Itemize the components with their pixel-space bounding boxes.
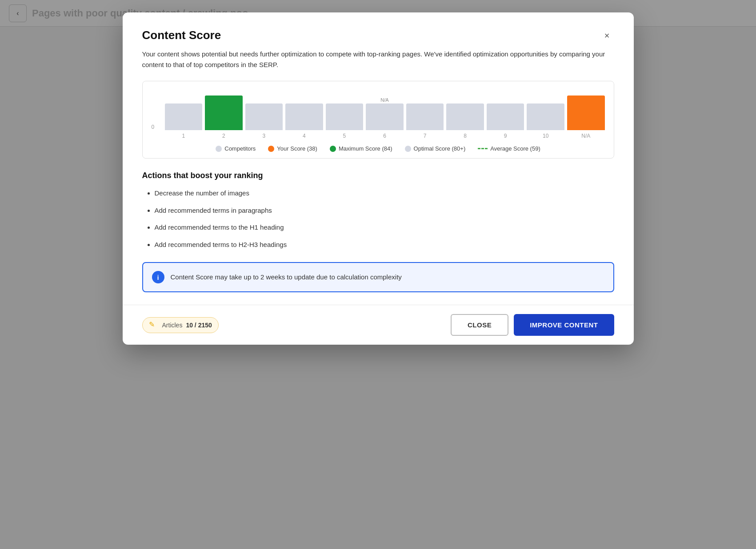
bar-group-4	[285, 103, 323, 130]
x-label-5: 5	[326, 133, 364, 139]
chart-bars: 0	[152, 90, 605, 130]
max-score-dot	[330, 146, 336, 152]
bar-10	[527, 103, 564, 130]
bar-group-10	[527, 103, 564, 130]
x-label-6: 6	[366, 133, 404, 139]
modal-footer: ✎ Articles 10 / 2150 CLOSE IMPROVE CONTE…	[123, 305, 634, 345]
x-label-na: N/A	[567, 133, 605, 139]
x-label-9: 9	[487, 133, 524, 139]
bar-9	[487, 103, 524, 130]
bar-group-7	[406, 103, 444, 130]
x-label-10: 10	[527, 133, 564, 139]
content-score-modal: Content Score × Your content shows poten…	[123, 12, 634, 345]
x-label-4: 4	[285, 133, 323, 139]
legend-optimal-score: Optimal Score (80+)	[405, 145, 466, 152]
close-modal-button[interactable]: ×	[600, 28, 614, 43]
your-score-label: Your Score (38)	[277, 145, 317, 152]
actions-list: Decrease the number of images Add recomm…	[142, 188, 614, 250]
bar-group-1	[165, 103, 203, 130]
bar-group-5	[326, 103, 364, 130]
modal-description: Your content shows potential but needs f…	[142, 49, 614, 70]
bar-group-8	[446, 103, 484, 130]
legend-max-score: Maximum Score (84)	[330, 145, 392, 152]
legend-your-score: Your Score (38)	[268, 145, 317, 152]
competitors-label: Competitors	[224, 145, 256, 152]
max-score-label: Maximum Score (84)	[339, 145, 392, 152]
bar-8	[446, 103, 484, 130]
improve-content-button[interactable]: IMPROVE CONTENT	[514, 314, 614, 336]
info-text: Content Score may take up to 2 weeks to …	[171, 272, 402, 282]
modal-title: Content Score	[142, 28, 221, 42]
articles-icon: ✎	[149, 320, 159, 330]
bar-2	[205, 95, 243, 130]
x-label-3: 3	[245, 133, 283, 139]
x-label-2: 2	[205, 133, 243, 139]
your-score-dot	[268, 146, 274, 152]
bar-group-9	[487, 103, 524, 130]
info-icon: i	[152, 271, 164, 283]
articles-count: 10 / 2150	[186, 322, 212, 329]
x-label-1: 1	[165, 133, 203, 139]
x-label-8: 8	[446, 133, 484, 139]
action-item-1: Decrease the number of images	[155, 188, 614, 199]
bar-6	[366, 103, 404, 130]
close-button[interactable]: CLOSE	[451, 314, 508, 336]
x-labels: 1 2 3 4 5 6 7 8 9 10 N/A	[152, 133, 605, 139]
bar-na	[567, 95, 605, 130]
articles-badge: ✎ Articles 10 / 2150	[142, 317, 219, 333]
modal-body: Content Score × Your content shows poten…	[123, 12, 634, 305]
bar-1	[165, 103, 203, 130]
footer-buttons: CLOSE IMPROVE CONTENT	[451, 314, 614, 336]
optimal-score-dot	[405, 146, 411, 152]
chart-legend: Competitors Your Score (38) Maximum Scor…	[152, 145, 605, 152]
legend-avg-score: Average Score (59)	[478, 145, 540, 152]
action-item-3: Add recommended terms to the H1 heading	[155, 223, 614, 233]
info-box: i Content Score may take up to 2 weeks t…	[142, 262, 614, 292]
action-item-2: Add recommended terms in paragraphs	[155, 206, 614, 216]
bar-4	[285, 103, 323, 130]
optimal-score-label: Optimal Score (80+)	[414, 145, 466, 152]
avg-score-dash	[478, 148, 488, 149]
bar-3	[245, 103, 283, 130]
avg-score-label: Average Score (59)	[490, 145, 540, 152]
bar-group-2	[205, 95, 243, 130]
bar-group-6: N/A	[366, 97, 404, 130]
chart-container: 0	[142, 81, 614, 159]
actions-title: Actions that boost your ranking	[142, 171, 614, 180]
bar-group-3	[245, 103, 283, 130]
bar-7	[406, 103, 444, 130]
y-axis-label: 0	[152, 124, 155, 130]
bar-5	[326, 103, 364, 130]
modal-header: Content Score ×	[142, 28, 614, 43]
competitors-dot	[216, 146, 222, 152]
action-item-4: Add recommended terms to H2-H3 headings	[155, 240, 614, 250]
x-label-7: 7	[406, 133, 444, 139]
bar-group-na	[567, 95, 605, 130]
legend-competitors: Competitors	[216, 145, 256, 152]
bar-6-na-label: N/A	[380, 97, 388, 103]
articles-label: Articles	[162, 322, 183, 329]
